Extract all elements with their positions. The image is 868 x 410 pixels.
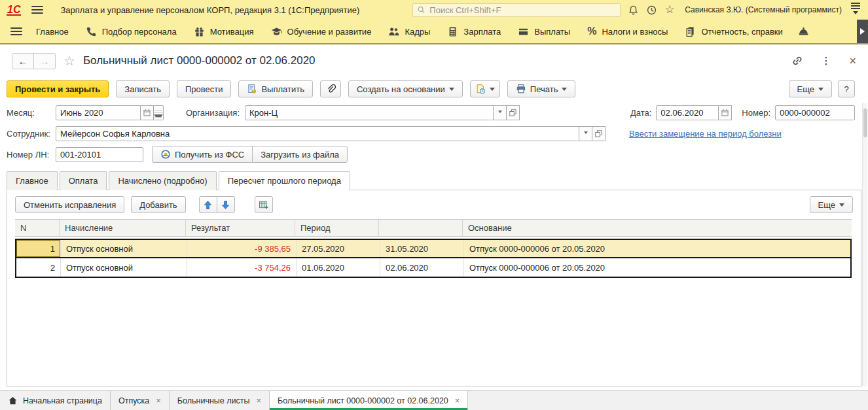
tab-accrued-detail[interactable]: Начислено (подробно) (109, 171, 216, 190)
get-link-icon[interactable] (791, 55, 803, 67)
employee-input[interactable] (56, 126, 579, 141)
organization-dropdown-button[interactable] (494, 105, 507, 120)
section-salary[interactable]: Зарплата (439, 20, 509, 43)
change-form-button[interactable] (255, 196, 273, 213)
search-icon (417, 5, 425, 14)
more-label: Еще (797, 84, 814, 94)
section-main[interactable]: Главное (27, 20, 77, 43)
get-from-fss-button[interactable]: Получить из ФСС (152, 146, 253, 163)
section-label: Подбор персонала (102, 27, 177, 37)
month-calendar-button[interactable] (141, 105, 154, 120)
sicklist-number-input[interactable] (56, 147, 143, 162)
recalc-table: N Начисление Результат Период Основание … (15, 219, 852, 278)
service-menu-icon[interactable] (851, 3, 860, 17)
section-recruiting[interactable]: Подбор персонала (77, 20, 185, 43)
section-training[interactable]: Обучение и развитие (262, 20, 380, 43)
col-header-accrual: Начисление (60, 220, 186, 236)
forward-button[interactable]: → (33, 53, 56, 69)
wallet-icon (518, 26, 529, 37)
more-button[interactable]: Еще (789, 80, 832, 97)
field-row-sicklist-number: Номер ЛН: Получить из ФСС Загрузить из ф… (7, 144, 855, 165)
cell-n[interactable]: 2 (16, 258, 61, 277)
close-tab-icon[interactable]: × (455, 396, 460, 405)
window-tab-current-document[interactable]: Больничный лист 0000-000002 от 02.06.202… (270, 391, 468, 410)
create-based-on-button[interactable]: Создать на основании (348, 80, 463, 97)
spin-up-icon (154, 108, 163, 111)
scrollbar-thumb[interactable] (863, 109, 867, 137)
cell-period-end[interactable]: 02.06.2020 (380, 258, 464, 277)
cell-accrual[interactable]: Отпуск основной (61, 258, 187, 277)
table-row[interactable]: 1 Отпуск основной -9 385,65 27.05.2020 3… (16, 240, 850, 258)
window-tab-label: Отпуска (118, 396, 149, 405)
cell-n[interactable]: 1 (16, 240, 61, 257)
attachments-button[interactable] (320, 80, 341, 97)
substitution-link[interactable]: Ввести замещение на период болезни (629, 129, 782, 139)
search-input[interactable] (429, 5, 616, 15)
section-reporting[interactable]: Отчетность, справки (676, 20, 791, 43)
month-stepper[interactable] (154, 105, 164, 120)
move-row-up-button[interactable] (199, 196, 217, 213)
cell-basis[interactable]: Отпуск 0000-000006 от 20.05.2020 (464, 258, 850, 277)
history-icon[interactable] (645, 4, 657, 16)
main-menu-icon[interactable] (31, 6, 43, 14)
close-document-icon[interactable]: × (849, 54, 856, 68)
post-and-close-button[interactable]: Провести и закрыть (7, 80, 109, 97)
close-tab-icon[interactable]: × (256, 396, 261, 405)
organization-input[interactable] (245, 105, 494, 120)
add-favorite-star-icon[interactable]: ☆ (63, 53, 75, 69)
menu-overflow-button[interactable] (857, 20, 868, 43)
cell-period-start[interactable]: 27.05.2020 (297, 240, 380, 257)
cell-period-end[interactable]: 31.05.2020 (380, 240, 464, 257)
section-labor-safety[interactable] (791, 20, 816, 43)
move-row-down-button[interactable] (217, 196, 235, 213)
window-tab-sicklists[interactable]: Больничные листы × (170, 391, 270, 410)
add-row-button[interactable]: Добавить (131, 196, 185, 213)
cancel-corrections-button[interactable]: Отменить исправления (15, 196, 124, 213)
post-button[interactable]: Провести (177, 80, 232, 97)
section-motivation[interactable]: Мотивация (185, 20, 262, 43)
tab-main[interactable]: Главное (7, 171, 58, 190)
tab-payment[interactable]: Оплата (60, 171, 107, 190)
open-form-icon (594, 129, 603, 138)
vertical-scrollbar[interactable] (862, 103, 867, 386)
section-payments[interactable]: Выплаты (509, 20, 579, 43)
date-calendar-button[interactable] (719, 105, 732, 120)
load-from-file-button[interactable]: Загрузить из файла (252, 146, 348, 163)
section-label: Мотивация (210, 27, 254, 37)
window-tab-vacations[interactable]: Отпуска × (111, 391, 170, 410)
cell-basis[interactable]: Отпуск 0000-000006 от 20.05.2020 (464, 240, 850, 257)
table-more-button[interactable]: Еще (810, 196, 853, 213)
write-button[interactable]: Записать (116, 80, 170, 97)
table-add-icon (259, 200, 268, 210)
global-search[interactable] (412, 3, 621, 17)
month-input[interactable] (56, 105, 141, 120)
section-taxes[interactable]: %Налоги и взносы (579, 20, 676, 43)
pay-button[interactable]: Выплатить (238, 80, 313, 97)
notifications-bell-icon[interactable] (627, 4, 639, 16)
paperclip-icon (325, 84, 336, 94)
sections-menu-icon[interactable] (10, 27, 22, 35)
cell-result[interactable]: -3 754,26 (187, 258, 297, 277)
back-button[interactable]: ← (12, 53, 34, 69)
create-based-on-label: Создать на основании (357, 84, 445, 94)
section-hr[interactable]: Кадры (380, 20, 439, 43)
organization-open-button[interactable] (507, 105, 520, 120)
employee-open-button[interactable] (592, 126, 606, 141)
cell-result[interactable]: -9 385,65 (187, 240, 297, 257)
tab-recalc-past-period[interactable]: Пересчет прошлого периода (219, 171, 350, 190)
help-button[interactable]: ? (838, 80, 855, 97)
table-row[interactable]: 2 Отпуск основной -3 754,26 01.06.2020 0… (16, 258, 850, 277)
favorites-star-icon[interactable]: ☆ (664, 4, 676, 16)
window-tab-home[interactable]: Начальная страница (0, 391, 111, 410)
number-input[interactable] (775, 105, 855, 120)
cell-period-start[interactable]: 01.06.2020 (297, 258, 380, 277)
print-button[interactable]: Печать (507, 80, 576, 97)
close-tab-icon[interactable]: × (156, 396, 161, 405)
date-input[interactable] (656, 105, 719, 120)
open-windows-tabbar: Начальная страница Отпуска × Больничные … (0, 390, 868, 410)
cell-accrual[interactable]: Отпуск основной (61, 240, 187, 257)
edo-document-button[interactable] (470, 80, 500, 97)
current-user[interactable]: Савинская З.Ю. (Системный программист) (685, 5, 842, 14)
more-menu-icon[interactable]: ⋮ (821, 55, 831, 67)
employee-dropdown-button[interactable] (579, 126, 592, 141)
